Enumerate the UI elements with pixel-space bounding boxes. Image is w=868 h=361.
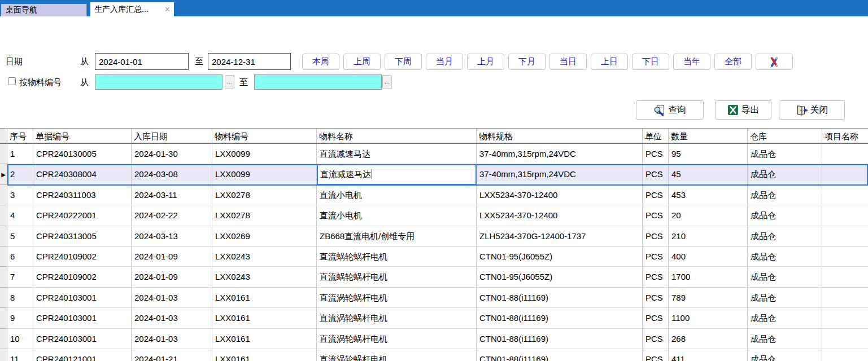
table-cell[interactable]: 2024-03-08 (132, 164, 212, 184)
table-cell[interactable]: 95 (669, 144, 748, 164)
table-row[interactable]: 10CPR2401030012024-01-03LXX0161直流涡轮蜗杆电机C… (0, 329, 868, 349)
table-cell[interactable]: 7 (7, 267, 33, 287)
date-to-input[interactable] (208, 53, 291, 70)
table-cell[interactable] (822, 205, 868, 226)
table-cell[interactable]: LXX5234-370-12400 (477, 205, 643, 226)
table-cell[interactable] (822, 144, 868, 164)
table-cell[interactable]: CPR240109002 (33, 246, 132, 267)
table-cell[interactable]: LXX0161 (212, 308, 317, 328)
row-indicator[interactable] (0, 226, 7, 246)
current-row-indicator[interactable]: ▶ (0, 164, 7, 184)
table-cell[interactable]: 2024-01-30 (132, 144, 212, 164)
range-button[interactable]: 上周 (343, 54, 381, 70)
table-cell[interactable]: 5 (7, 226, 33, 246)
range-button[interactable]: 下月 (508, 54, 546, 70)
table-cell[interactable]: LXX0161 (212, 329, 317, 349)
column-header[interactable]: 单据编号 (33, 129, 132, 143)
table-cell[interactable]: CPR240308004 (33, 164, 132, 184)
table-cell[interactable]: 2024-03-11 (132, 185, 212, 205)
table-cell[interactable] (822, 185, 868, 205)
table-cell[interactable]: 成品仓 (748, 267, 822, 287)
table-cell[interactable]: 6 (7, 246, 33, 267)
range-button[interactable]: 当月 (426, 54, 463, 70)
range-button[interactable]: 上月 (467, 54, 504, 70)
table-cell[interactable]: PCS (643, 349, 669, 361)
table-row[interactable]: 4CPR2402220012024-02-22LXX0278直流小电机LXX52… (0, 205, 868, 226)
table-cell[interactable]: 1100 (669, 308, 748, 328)
row-indicator[interactable] (0, 144, 7, 164)
range-button[interactable]: 下日 (632, 54, 669, 70)
table-cell[interactable]: PCS (643, 288, 669, 308)
table-row[interactable]: ▶2CPR2403080042024-03-08LXX0099直流减速马达37-… (0, 164, 868, 184)
table-cell[interactable]: 10 (7, 329, 33, 349)
table-cell[interactable]: 20 (669, 205, 748, 226)
table-cell[interactable]: LXX0269 (212, 226, 317, 246)
table-cell[interactable]: 直流小电机 (317, 205, 477, 226)
table-cell[interactable]: 成品仓 (748, 205, 822, 226)
date-from-input[interactable] (95, 53, 189, 70)
table-cell[interactable]: CPR240222001 (33, 205, 132, 226)
table-cell[interactable]: 2024-01-03 (132, 288, 212, 308)
table-cell[interactable]: 453 (669, 185, 748, 205)
range-button[interactable]: 本周 (302, 54, 339, 70)
table-cell[interactable] (822, 246, 868, 267)
row-indicator[interactable] (0, 308, 7, 328)
table-cell[interactable]: 37-40mm,315rpm,24VDC (477, 164, 643, 184)
table-cell[interactable]: PCS (643, 144, 669, 164)
table-cell[interactable]: 成品仓 (748, 144, 822, 164)
table-cell[interactable]: 789 (669, 288, 748, 308)
editing-cell[interactable]: 直流减速马达 (317, 164, 477, 184)
range-button[interactable]: 全部 (714, 54, 752, 70)
column-header[interactable]: 序号 (7, 129, 33, 143)
table-cell[interactable]: 3 (7, 185, 33, 205)
table-cell[interactable]: 2024-03-13 (132, 226, 212, 246)
table-cell[interactable]: CPR240313005 (33, 226, 132, 246)
table-cell[interactable]: 2024-02-22 (132, 205, 212, 226)
range-button[interactable]: 上日 (591, 54, 628, 70)
table-cell[interactable]: 直流涡轮蜗杆电机 (317, 349, 477, 361)
table-cell[interactable]: CTN01-95(J6055Z) (477, 267, 643, 287)
table-cell[interactable]: CPR240311003 (33, 185, 132, 205)
table-row[interactable]: 6CPR2401090022024-01-09LXX0243直流蜗轮蜗杆电机CT… (0, 246, 868, 267)
table-cell[interactable]: LXX5234-370-12400 (477, 185, 643, 205)
table-cell[interactable]: 直流蜗轮蜗杆电机 (317, 246, 477, 267)
table-cell[interactable]: 2024-01-03 (132, 308, 212, 328)
table-cell[interactable]: 直流蜗轮蜗杆电机 (317, 267, 477, 287)
table-cell[interactable]: 成品仓 (748, 226, 822, 246)
table-cell[interactable]: 成品仓 (748, 349, 822, 361)
table-cell[interactable] (822, 164, 868, 184)
table-cell[interactable]: 直流涡轮蜗杆电机 (317, 329, 477, 349)
table-cell[interactable]: CTN01-88(i11169) (477, 349, 643, 361)
table-cell[interactable]: LXX0161 (212, 288, 317, 308)
table-cell[interactable]: 210 (669, 226, 748, 246)
table-cell[interactable]: 8 (7, 288, 33, 308)
row-indicator[interactable] (0, 246, 7, 267)
table-cell[interactable]: 1 (7, 144, 33, 164)
table-cell[interactable]: CPR240103001 (33, 329, 132, 349)
table-cell[interactable]: 成品仓 (748, 308, 822, 328)
table-cell[interactable]: 1700 (669, 267, 748, 287)
material-to-lookup-button[interactable]: ... (382, 75, 392, 89)
table-cell[interactable]: 直流涡轮蜗杆电机 (317, 288, 477, 308)
row-indicator[interactable] (0, 349, 7, 361)
row-indicator[interactable] (0, 185, 7, 205)
table-cell[interactable]: LXX0099 (212, 164, 317, 184)
table-cell[interactable]: 成品仓 (748, 329, 822, 349)
table-row[interactable]: 7CPR2401090022024-01-09LXX0243直流蜗轮蜗杆电机CT… (0, 267, 868, 287)
table-cell[interactable]: 11 (7, 349, 33, 361)
table-cell[interactable]: LXX0243 (212, 267, 317, 287)
column-header[interactable]: 项目名称 (822, 129, 868, 143)
table-cell[interactable]: LXX0278 (212, 205, 317, 226)
column-header[interactable]: 物料编号 (212, 129, 317, 143)
table-cell[interactable]: 400 (669, 246, 748, 267)
by-material-checkbox[interactable] (8, 77, 16, 85)
table-cell[interactable] (822, 267, 868, 287)
table-cell[interactable] (822, 226, 868, 246)
export-button[interactable]: 导出 (715, 100, 771, 120)
table-cell[interactable]: LXX0278 (212, 185, 317, 205)
table-cell[interactable]: CPR240103001 (33, 308, 132, 328)
table-cell[interactable]: CPR240130005 (33, 144, 132, 164)
table-cell[interactable]: 成品仓 (748, 288, 822, 308)
table-cell[interactable]: 268 (669, 329, 748, 349)
table-cell[interactable]: 2024-01-21 (132, 349, 212, 361)
